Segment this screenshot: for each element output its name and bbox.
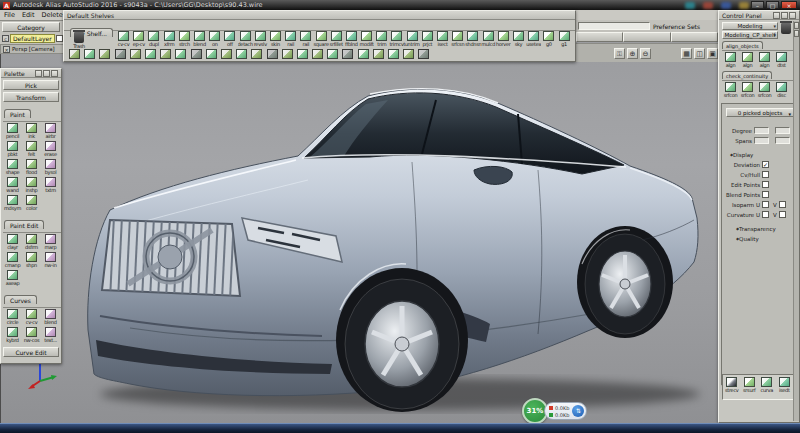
spans-field-2[interactable] <box>775 137 790 144</box>
paint-edit-tool[interactable]: marp <box>41 234 60 252</box>
panel-collapse-icon[interactable] <box>773 12 780 19</box>
palette-tab-paint[interactable]: Paint <box>4 109 31 118</box>
shelf-tool[interactable]: prjct <box>420 31 435 47</box>
gutter-expand-icon[interactable] <box>794 30 799 37</box>
lock-icon[interactable]: ⚿ <box>614 48 625 59</box>
shelf-tool[interactable]: ffblnd <box>344 31 359 47</box>
shelf-tool[interactable]: detach <box>238 31 253 47</box>
panel-cycle-icon[interactable] <box>789 12 796 19</box>
paint-tool[interactable]: flood <box>22 159 41 177</box>
shelf-tool[interactable] <box>234 49 249 59</box>
shelf-tool[interactable]: dupl <box>146 31 161 47</box>
continuity-tool[interactable]: srfcon <box>739 82 756 98</box>
shelf-tool[interactable] <box>325 49 340 59</box>
shelf-tool[interactable]: on <box>207 31 222 47</box>
palette-section-transform[interactable]: Transform <box>3 92 59 102</box>
curves-tool[interactable]: blend <box>41 309 60 327</box>
paint-tool[interactable]: erase <box>41 141 60 159</box>
preference-sets-button[interactable]: Preference Sets <box>653 23 700 30</box>
viewport-menu-icon[interactable]: ✕ <box>3 46 10 53</box>
paint-tool[interactable]: pencil <box>3 123 22 141</box>
paint-edit-tool[interactable]: clayr <box>3 234 22 252</box>
shelf-tool[interactable]: off <box>222 31 237 47</box>
gutter-expand-icon[interactable] <box>794 22 799 29</box>
default-layer-chip[interactable]: DefaultLayer <box>10 34 55 43</box>
shelf-tool[interactable] <box>189 49 204 59</box>
curves-tool[interactable]: text... <box>41 327 60 345</box>
palette-titlebar[interactable]: Palette <box>1 69 61 78</box>
spans-field-1[interactable] <box>754 137 769 144</box>
continuity-tool[interactable]: srfcon <box>722 82 739 98</box>
shelf-tool[interactable]: rail <box>283 31 298 47</box>
shelf-tool[interactable] <box>158 49 173 59</box>
shelf-tool[interactable] <box>356 49 371 59</box>
shelf-tool[interactable] <box>97 49 112 59</box>
shelf-tool[interactable]: blend <box>192 31 207 47</box>
cvhull-checkbox[interactable] <box>762 171 769 178</box>
shelf-tool[interactable]: horver <box>496 31 511 47</box>
shelf-tool[interactable] <box>264 49 279 59</box>
palette-tab-curves[interactable]: Curves <box>4 295 37 304</box>
paint-edit-tool[interactable]: nw-in <box>41 252 60 270</box>
shelf-tool[interactable] <box>143 49 158 59</box>
menu-item[interactable]: File <box>4 11 15 19</box>
palette-pin-icon[interactable] <box>43 70 50 77</box>
palette-menu-icon[interactable] <box>51 70 58 77</box>
paint-tool[interactable]: wand <box>3 177 22 195</box>
shelf-tool[interactable]: modift <box>359 31 374 47</box>
layer-visibility-checkbox[interactable] <box>56 35 63 42</box>
paint-tool[interactable]: inshp <box>22 177 41 195</box>
shelf-tool[interactable] <box>67 49 82 59</box>
close-button[interactable]: × <box>781 1 797 9</box>
check-continuity-tab[interactable]: check_continuity <box>722 71 772 79</box>
shelf-tool[interactable]: ep-cv <box>131 31 146 47</box>
shelf-tool[interactable] <box>113 49 128 59</box>
viewport-titlebar[interactable]: ✕ Persp [Camera] <box>0 44 64 54</box>
cp-shelf-dropdown[interactable]: Modeling_CP_shelf <box>722 31 778 39</box>
shelf-tool[interactable] <box>280 49 295 59</box>
paint-edit-tool[interactable]: cmanp <box>3 252 22 270</box>
paint-tool[interactable]: airbr <box>41 123 60 141</box>
paint-tool[interactable]: pbkt <box>3 141 22 159</box>
menu-item[interactable]: Delete <box>41 11 62 19</box>
palette-section-curve-edit[interactable]: Curve Edit <box>3 347 59 357</box>
split-view-icon[interactable]: ◫ <box>694 48 705 59</box>
shelf-tool[interactable]: untrim <box>405 31 420 47</box>
modeling-dropdown[interactable]: Modeling <box>722 22 778 30</box>
shelf-trash[interactable]: Trash <box>69 32 89 49</box>
shelf-tool[interactable] <box>386 49 401 59</box>
palette-section-pick[interactable]: Pick <box>3 80 59 90</box>
shelf-tool[interactable] <box>82 49 97 59</box>
shelf-tool[interactable]: trim <box>374 31 389 47</box>
shelf-tool[interactable] <box>249 49 264 59</box>
quality-section[interactable]: Quality <box>724 234 798 243</box>
palette-tab-paint-edit[interactable]: Paint Edit <box>4 220 44 229</box>
shelf-tool[interactable]: cv-cv <box>116 31 131 47</box>
perspective-viewport[interactable]: 31% 0.0Kb 0.0Kb ⇅ <box>0 53 718 423</box>
shelf-tool[interactable] <box>371 49 386 59</box>
palette-collapse-icon[interactable] <box>35 70 42 77</box>
category-dropdown[interactable]: Category <box>2 22 60 32</box>
continuity-tool[interactable]: srfcon <box>756 82 773 98</box>
display-section-header[interactable]: Display <box>724 150 798 159</box>
curvature-v-checkbox[interactable] <box>779 211 786 218</box>
paint-tool[interactable]: ink <box>22 123 41 141</box>
shelf-tool[interactable]: trimcvt <box>389 31 404 47</box>
align-tool[interactable]: algn <box>756 52 773 68</box>
shelf-tool[interactable] <box>401 49 416 59</box>
edit-points-checkbox[interactable] <box>762 181 769 188</box>
curves-tool[interactable]: circle <box>3 309 22 327</box>
shelf-tool[interactable]: usetex <box>526 31 541 47</box>
maximize-button[interactable]: ▢ <box>766 1 779 9</box>
shelf-tab-slot[interactable] <box>671 32 718 42</box>
network-button-icon[interactable]: ⇅ <box>572 405 584 417</box>
transparency-section[interactable]: Transparency <box>724 224 798 233</box>
isoparm-v-checkbox[interactable] <box>779 201 786 208</box>
shelf-tool[interactable]: skin <box>268 31 283 47</box>
layer-lock-icon[interactable]: c <box>2 35 9 42</box>
zoom-in-icon[interactable]: ⊕ <box>627 48 638 59</box>
shelf-tool[interactable]: xfrm <box>162 31 177 47</box>
curves-tool[interactable]: kybrd <box>3 327 22 345</box>
shelf-tool[interactable]: revslv <box>253 31 268 47</box>
shelf-tab-slot[interactable] <box>623 32 670 42</box>
